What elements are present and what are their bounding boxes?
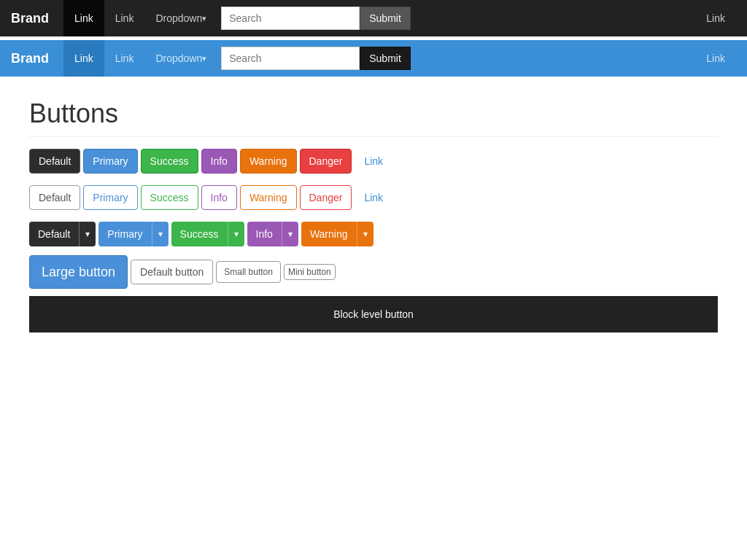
navbar-dark-link2[interactable]: Link [104,0,145,36]
btn-success-1[interactable]: Success [141,149,198,174]
button-row-4: Large button Default button Small button… [29,255,718,289]
btn-split-primary: Primary ▾ [98,222,168,246]
btn-split-primary-caret[interactable]: ▾ [152,222,169,246]
btn-small[interactable]: Small button [216,261,281,283]
navbar-blue-dropdown[interactable]: Dropdown [144,40,217,77]
navbar-dark-link1[interactable]: Link [63,0,104,36]
btn-default-size[interactable]: Default button [131,260,213,284]
button-row-2: Default Primary Success Info Warning Dan… [29,185,718,210]
btn-split-warning-caret[interactable]: ▾ [357,222,374,246]
btn-success-outline[interactable]: Success [141,185,198,210]
navbar-dark-right-link[interactable]: Link [695,0,736,36]
button-row-1: Default Primary Success Info Warning Dan… [29,149,718,174]
btn-info-1[interactable]: Info [201,149,237,174]
btn-split-info-main[interactable]: Info [247,222,282,246]
btn-warning-1[interactable]: Warning [240,149,297,174]
navbar-blue-link2[interactable]: Link [104,40,145,77]
btn-primary-outline[interactable]: Primary [83,185,137,210]
btn-split-default-main[interactable]: Default [29,222,79,246]
btn-split-success: Success ▾ [171,222,244,246]
btn-split-default-caret[interactable]: ▾ [79,222,96,246]
btn-split-default: Default ▾ [29,222,96,246]
navbar-dark-search-input[interactable] [221,7,360,30]
btn-info-outline[interactable]: Info [201,185,237,210]
button-row-3: Default ▾ Primary ▾ Success ▾ Info ▾ War… [29,222,718,246]
btn-danger-1[interactable]: Danger [300,149,352,174]
btn-link-outline[interactable]: Link [355,185,392,210]
navbar-dark-brand[interactable]: Brand [11,11,60,26]
btn-warning-outline[interactable]: Warning [240,185,297,210]
btn-link-1[interactable]: Link [355,149,392,174]
btn-split-warning: Warning ▾ [301,222,374,246]
btn-danger-outline[interactable]: Danger [300,185,352,210]
navbar-dark-dropdown[interactable]: Dropdown [144,0,217,36]
btn-large[interactable]: Large button [29,255,128,289]
btn-split-warning-main[interactable]: Warning [301,222,357,246]
btn-default-outline[interactable]: Default [29,185,80,210]
navbar-dark-submit-button[interactable]: Submit [360,7,411,30]
navbar-dark: Brand Link Link Dropdown Submit Link [0,0,747,36]
btn-split-info-caret[interactable]: ▾ [282,222,298,246]
btn-split-success-caret[interactable]: ▾ [228,222,244,246]
btn-split-primary-main[interactable]: Primary [98,222,151,246]
navbar-blue-link1[interactable]: Link [63,40,104,77]
btn-split-info: Info ▾ [247,222,298,246]
navbar-blue-search-input[interactable] [221,47,360,70]
btn-default-1[interactable]: Default [29,149,80,174]
navbar-blue: Brand Link Link Dropdown Submit Link [0,40,747,77]
navbar-blue-submit-button[interactable]: Submit [360,47,411,70]
navbar-blue-brand[interactable]: Brand [11,51,60,66]
btn-block[interactable]: Block level button [29,296,718,332]
section-title: Buttons [29,98,718,137]
btn-split-success-main[interactable]: Success [171,222,228,246]
navbar-blue-right-link[interactable]: Link [695,40,736,77]
buttons-section: Buttons Default Primary Success Info War… [0,77,747,354]
btn-primary-1[interactable]: Primary [83,149,137,174]
navbar-blue-search-form: Submit [221,47,411,70]
btn-mini[interactable]: Mini button [284,264,336,280]
navbar-dark-search-form: Submit [221,7,411,30]
